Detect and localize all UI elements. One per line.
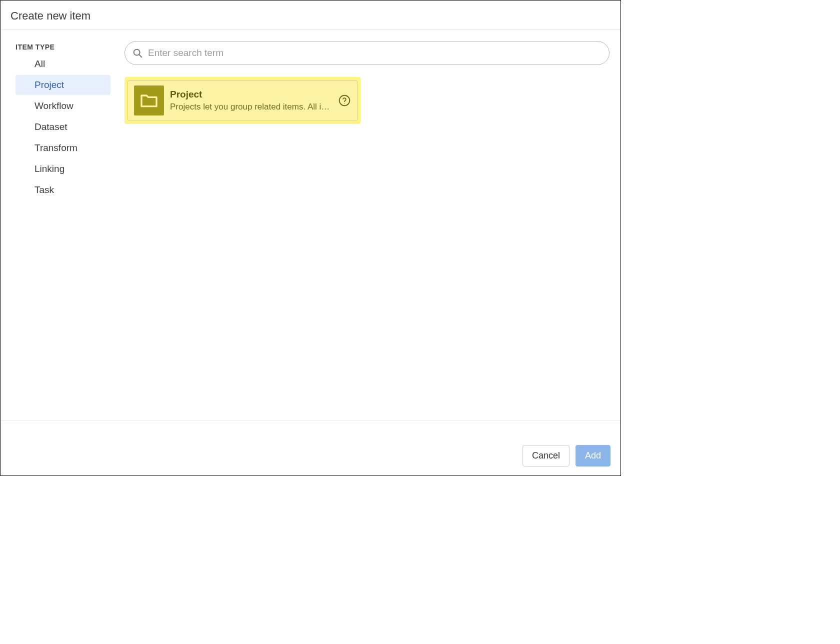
svg-line-1 [139,54,142,57]
result-card-description: Projects let you group related items. Al… [170,102,332,112]
folder-icon [134,86,164,116]
sidebar-item-task[interactable]: Task [16,180,110,200]
main-area: Project Projects let you group related i… [110,30,620,420]
dialog-title: Create new item [10,10,610,22]
result-card-text: Project Projects let you group related i… [170,89,332,112]
dialog-footer: Cancel Add [0,420,620,476]
sidebar-item-linking[interactable]: Linking [16,159,110,179]
sidebar-heading: ITEM TYPE [0,43,110,53]
result-card-title: Project [170,89,332,100]
add-button[interactable]: Add [576,445,610,466]
dialog-body: ITEM TYPE All Project Workflow Dataset T… [0,30,620,420]
search-input[interactable] [148,48,602,58]
sidebar-item-all[interactable]: All [16,54,110,74]
sidebar-item-workflow[interactable]: Workflow [16,96,110,116]
sidebar-item-project[interactable]: Project [16,75,110,95]
svg-point-2 [340,96,350,106]
sidebar: ITEM TYPE All Project Workflow Dataset T… [0,30,110,420]
search-icon [132,48,143,58]
svg-point-3 [344,103,345,104]
sidebar-item-dataset[interactable]: Dataset [16,117,110,137]
sidebar-item-transform[interactable]: Transform [16,138,110,158]
cancel-button[interactable]: Cancel [522,445,570,466]
dialog-header: Create new item [0,0,620,30]
help-icon[interactable] [338,94,351,107]
search-field[interactable] [124,41,610,65]
result-highlight: Project Projects let you group related i… [124,77,360,124]
result-card-project[interactable]: Project Projects let you group related i… [128,80,358,121]
